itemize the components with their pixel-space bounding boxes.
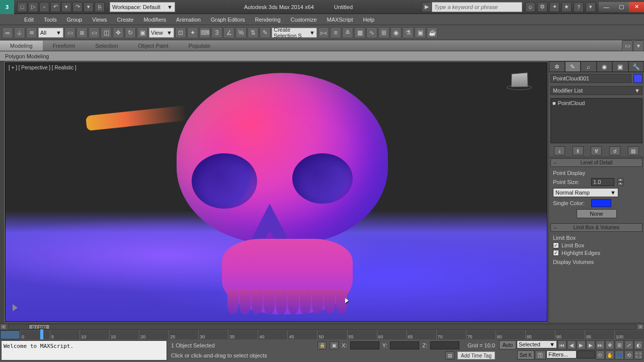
- make-unique-icon[interactable]: ∀: [591, 146, 602, 155]
- point-size-spinner[interactable]: 1.0: [591, 178, 614, 186]
- manipulate-icon[interactable]: ✦: [187, 27, 198, 38]
- trackbar[interactable]: 0510152025303540455055606570758085909510…: [20, 330, 644, 339]
- goto-end-icon[interactable]: ⏭: [596, 340, 605, 349]
- menu-help[interactable]: Help: [359, 15, 379, 24]
- help-icon[interactable]: ?: [574, 2, 584, 12]
- menu-edit[interactable]: Edit: [20, 15, 38, 24]
- search-input[interactable]: Type a keyword or phrase: [432, 2, 522, 12]
- modifier-list-dropdown[interactable]: Modifier List▼: [550, 86, 642, 95]
- key-filters-dropdown[interactable]: Selected▼: [517, 340, 557, 348]
- nav-fov-icon[interactable]: ◐: [634, 340, 643, 349]
- object-color-swatch[interactable]: [633, 74, 642, 83]
- comm-center-icon[interactable]: ▤: [445, 351, 454, 359]
- next-frame-icon[interactable]: ▶: [586, 340, 595, 349]
- maximize-button[interactable]: ▢: [614, 2, 629, 12]
- create-tab-icon[interactable]: ✲: [549, 61, 565, 72]
- favorites-icon[interactable]: ★: [561, 2, 572, 12]
- ribbon-minimize-icon[interactable]: ▭: [622, 40, 633, 51]
- nav-zoom-icon[interactable]: ✥: [605, 340, 614, 349]
- minimize-button[interactable]: —: [599, 2, 614, 12]
- undo-dd-icon[interactable]: ▾: [61, 2, 71, 12]
- ribbon-tab-object-paint[interactable]: Object Paint: [128, 41, 179, 51]
- ribbon-tab-modeling[interactable]: Modeling: [0, 41, 43, 51]
- new-icon[interactable]: □: [17, 2, 27, 12]
- selection-filter-dropdown[interactable]: All▼: [38, 28, 63, 38]
- rect-region-icon[interactable]: ▭: [89, 27, 100, 38]
- rendered-frame-icon[interactable]: ▣: [415, 27, 426, 38]
- animation-play-indicator-icon[interactable]: [13, 304, 18, 311]
- keyboard-shortcut-icon[interactable]: ⌨: [199, 27, 210, 38]
- named-selection-dropdown[interactable]: Create Selection S▼: [272, 28, 317, 38]
- single-color-swatch[interactable]: [591, 199, 611, 207]
- goto-start-icon[interactable]: ⏮: [557, 340, 567, 349]
- highlight-edges-checkbox[interactable]: ✓: [553, 250, 559, 256]
- menu-tools[interactable]: Tools: [40, 15, 61, 24]
- modifier-stack[interactable]: ■ PointCloud: [550, 98, 642, 143]
- spinner-down-icon[interactable]: ▼: [617, 182, 623, 186]
- snap-toggle-icon[interactable]: 3: [211, 27, 222, 38]
- nav-zoom-ext-icon[interactable]: ⤢: [624, 340, 633, 349]
- menu-rendering[interactable]: Rendering: [251, 15, 285, 24]
- window-crossing-icon[interactable]: ◫: [101, 27, 112, 38]
- play-icon[interactable]: ▶: [577, 340, 586, 349]
- open-icon[interactable]: ▷: [28, 2, 38, 12]
- app-icon[interactable]: 3: [0, 0, 14, 14]
- schematic-view-icon[interactable]: ⊞: [378, 27, 389, 38]
- render-setup-icon[interactable]: ⚗: [403, 27, 414, 38]
- viewport-perspective[interactable]: [ + ] [ Perspective ] [ Realistic ]: [5, 62, 547, 322]
- motion-tab-icon[interactable]: ◉: [597, 61, 613, 72]
- viewcube[interactable]: [507, 73, 532, 93]
- time-slider-thumb[interactable]: 0 / 100: [29, 324, 50, 329]
- menu-customize[interactable]: Customize: [287, 15, 321, 24]
- spinner-snap-icon[interactable]: ⇅: [248, 27, 259, 38]
- redo-icon[interactable]: ↷: [72, 2, 83, 12]
- layers-icon[interactable]: ≚: [342, 27, 353, 38]
- menu-graph-editors[interactable]: Graph Editors: [207, 15, 249, 24]
- percent-snap-icon[interactable]: %: [235, 27, 247, 38]
- material-editor-icon[interactable]: ◉: [390, 27, 401, 38]
- scale-icon[interactable]: ▣: [137, 27, 148, 38]
- spinner-up-icon[interactable]: ▲: [617, 178, 623, 182]
- menu-views[interactable]: Views: [88, 15, 111, 24]
- communication-icon[interactable]: ✦: [549, 2, 559, 12]
- mirror-icon[interactable]: ▹◃: [318, 27, 329, 38]
- select-object-icon[interactable]: ▭: [64, 27, 75, 38]
- shading-mode-dropdown[interactable]: Normal Ramp▼: [553, 188, 618, 197]
- search-go-icon[interactable]: ▶: [422, 2, 432, 12]
- project-icon[interactable]: ⎘: [95, 2, 105, 12]
- hierarchy-tab-icon[interactable]: ⌕: [581, 61, 597, 72]
- rotate-icon[interactable]: ↻: [125, 27, 136, 38]
- key-mode-icon[interactable]: ⚿: [535, 350, 546, 359]
- exchange-icon[interactable]: ⚙: [537, 2, 547, 12]
- time-slider[interactable]: 0 / 100: [8, 324, 636, 330]
- select-by-name-icon[interactable]: ≣: [76, 27, 88, 38]
- selection-lock-icon[interactable]: 🔒: [317, 341, 327, 349]
- show-end-result-icon[interactable]: Ⅱ: [573, 146, 584, 155]
- stack-item-pointcloud[interactable]: ■ PointCloud: [552, 100, 640, 106]
- object-name-field[interactable]: PointCloud001: [550, 74, 631, 83]
- time-slider-prev-icon[interactable]: <: [0, 324, 7, 330]
- pivot-center-icon[interactable]: ⊡: [175, 27, 186, 38]
- utilities-tab-icon[interactable]: 🔧: [628, 61, 645, 72]
- ref-coord-dropdown[interactable]: View▼: [149, 28, 174, 38]
- select-link-icon[interactable]: ⫘: [2, 27, 13, 38]
- nav-maximize-icon[interactable]: ⛶: [634, 350, 643, 359]
- angle-snap-icon[interactable]: ∠: [223, 27, 234, 38]
- time-slider-next-icon[interactable]: >: [637, 324, 644, 330]
- graphite-toggle-icon[interactable]: ▦: [354, 27, 365, 38]
- map-none-button[interactable]: None: [577, 209, 617, 218]
- menu-group[interactable]: Group: [63, 15, 87, 24]
- configure-sets-icon[interactable]: ▤: [628, 146, 639, 155]
- isolate-icon[interactable]: ▣: [330, 341, 339, 349]
- trackbar-keys-icon[interactable]: [0, 330, 20, 339]
- coord-y-field[interactable]: [390, 341, 419, 349]
- subscription-icon[interactable]: ☺: [525, 2, 535, 12]
- ribbon-tab-selection[interactable]: Selection: [85, 41, 128, 51]
- add-time-tag-button[interactable]: Add Time Tag: [457, 351, 495, 359]
- rollout-limit-box[interactable]: Limit Box & Volumes: [550, 223, 642, 232]
- menu-animation[interactable]: Animation: [172, 15, 205, 24]
- render-production-icon[interactable]: ☕: [427, 27, 438, 38]
- ribbon-dd-icon[interactable]: ▾: [633, 40, 644, 51]
- ribbon-panel-label[interactable]: Polygon Modeling: [0, 51, 644, 61]
- undo-icon[interactable]: ↶: [50, 2, 60, 12]
